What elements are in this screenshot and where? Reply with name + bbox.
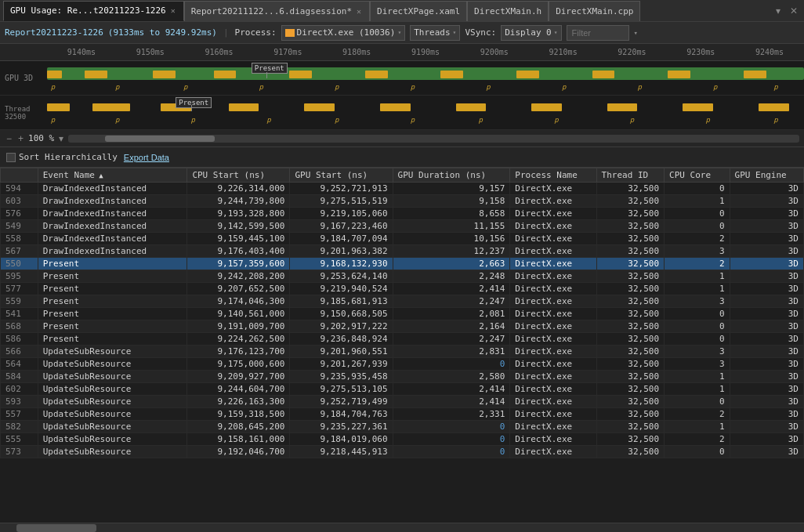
table-row[interactable]: 555 UpdateSubResource 9,158,161,000 9,18… xyxy=(1,433,804,446)
cell-gpu-dur: 2,164 xyxy=(393,320,510,333)
cell-id: 567 xyxy=(1,245,38,258)
cell-gpu-dur: 2,414 xyxy=(393,383,510,396)
thread-seg11 xyxy=(759,103,789,111)
process-name: DirectX.exe (10036) xyxy=(297,27,396,38)
tab-report[interactable]: Report20211122...6.diagsession* ✕ xyxy=(184,1,370,21)
zoom-dropdown-button[interactable]: ▾ xyxy=(57,133,65,144)
zoom-in-button[interactable]: + xyxy=(16,133,25,144)
cell-event: UpdateSubResource xyxy=(38,346,187,358)
cell-thread: 32,500 xyxy=(596,446,665,458)
cell-gpu-dur: 2,414 xyxy=(393,283,510,295)
vsync-label: VSync: xyxy=(465,27,496,38)
cell-id: 593 xyxy=(1,396,38,408)
cell-event: UpdateSubResource xyxy=(38,421,187,433)
table-row[interactable]: 568 Present 9,191,009,700 9,202,917,222 … xyxy=(1,320,804,333)
table-row[interactable]: 549 DrawIndexedInstanced 9,142,599,500 9… xyxy=(1,220,804,233)
display-dropdown[interactable]: Display 0 ▾ xyxy=(501,25,561,41)
tab-close-all-button[interactable]: ✕ xyxy=(787,5,801,16)
table-row[interactable]: 582 UpdateSubResource 9,208,645,200 9,23… xyxy=(1,421,804,433)
cell-cpu-start: 9,242,208,200 xyxy=(187,270,290,283)
cell-event: Present xyxy=(38,333,187,346)
display-arrow: ▾ xyxy=(554,29,558,36)
col-cpu-core[interactable]: CPU Core xyxy=(665,168,730,183)
table-row[interactable]: 576 DrawIndexedInstanced 9,193,328,800 9… xyxy=(1,208,804,220)
table-row[interactable]: 567 DrawIndexedInstanced 9,176,403,400 9… xyxy=(1,245,804,258)
sort-hierarchically-checkbox[interactable] xyxy=(6,153,16,162)
process-dropdown[interactable]: DirectX.exe (10036) ▾ xyxy=(281,25,406,41)
cell-gpu-engine: 3D xyxy=(730,208,803,220)
col-gpu-start[interactable]: GPU Start (ns) xyxy=(290,168,393,183)
tab-directxmain-h[interactable]: DirectXMain.h xyxy=(467,1,549,21)
tab-overflow-button[interactable]: ▾ xyxy=(773,5,784,16)
cell-cpu-core: 0 xyxy=(665,446,730,458)
cell-cpu-core: 3 xyxy=(665,295,730,308)
tab-gpu-usage-close[interactable]: ✕ xyxy=(169,6,177,15)
table-row[interactable]: 541 Present 9,140,561,000 9,150,668,505 … xyxy=(1,308,804,320)
cell-id: 541 xyxy=(1,308,38,320)
table-row[interactable]: 586 Present 9,224,262,500 9,236,848,924 … xyxy=(1,333,804,346)
thread-p2: p xyxy=(115,116,119,124)
gpu3d-p11: p xyxy=(773,83,777,91)
time-range: (9133ms to 9249.92ms) xyxy=(108,27,217,38)
gpu3d-p5: p xyxy=(335,83,339,91)
ruler-9210: 9210ms xyxy=(529,48,598,56)
cell-id: 558 xyxy=(1,233,38,245)
col-gpu-duration[interactable]: GPU Duration (ns) xyxy=(393,168,510,183)
threads-dropdown[interactable]: Threads ▾ xyxy=(410,25,460,41)
thread-p4: p xyxy=(266,116,270,124)
cell-event: Present xyxy=(38,270,187,283)
sort-hierarchically-checkbox-label[interactable]: Sort Hierarchically xyxy=(6,152,118,162)
gpu3d-track-row[interactable]: GPU 3D Present p p p p p p p xyxy=(0,61,804,96)
col-thread-id[interactable]: Thread ID xyxy=(596,168,665,183)
cell-event: UpdateSubResource xyxy=(38,383,187,396)
table-row[interactable]: 577 Present 9,207,652,500 9,219,940,524 … xyxy=(1,283,804,295)
table-row[interactable]: 550 Present 9,157,359,600 9,168,132,930 … xyxy=(1,258,804,270)
gpu3d-present-arrow xyxy=(266,72,267,78)
table-row[interactable]: 595 Present 9,242,208,200 9,253,624,140 … xyxy=(1,270,804,283)
zoom-out-button[interactable]: − xyxy=(5,133,13,144)
thread-seg6 xyxy=(380,103,411,111)
thread32500-track-row[interactable]: Thread 32500 Present p p p p p p p p xyxy=(0,96,804,130)
table-row[interactable]: 602 UpdateSubResource 9,244,604,700 9,27… xyxy=(1,383,804,396)
table-row[interactable]: 558 DrawIndexedInstanced 9,159,445,100 9… xyxy=(1,233,804,245)
cell-cpu-start: 9,244,739,800 xyxy=(187,195,290,208)
table-row[interactable]: 584 UpdateSubResource 9,209,927,700 9,23… xyxy=(1,371,804,383)
cell-event: DrawIndexedInstanced xyxy=(38,245,187,258)
export-data-button[interactable]: Export Data xyxy=(124,153,169,162)
gpu3d-p3: p xyxy=(183,83,187,91)
table-row[interactable]: 594 DrawIndexedInstanced 9,226,314,000 9… xyxy=(1,183,804,195)
tab-directxmain-cpp[interactable]: DirectXMain.cpp xyxy=(549,1,640,21)
tab-directxmain-h-label: DirectXMain.h xyxy=(474,6,541,16)
table-container[interactable]: Event Name CPU Start (ns) GPU Start (ns)… xyxy=(0,168,804,523)
cell-id: 564 xyxy=(1,358,38,371)
filter-input[interactable] xyxy=(567,25,629,41)
gpu3d-track[interactable]: Present p p p p p p p p p p p xyxy=(47,61,804,95)
tab-directxpage[interactable]: DirectXPage.xaml xyxy=(370,1,467,21)
table-row[interactable]: 593 UpdateSubResource 9,226,163,300 9,25… xyxy=(1,396,804,408)
table-row[interactable]: 557 UpdateSubResource 9,159,318,500 9,18… xyxy=(1,408,804,421)
col-gpu-engine[interactable]: GPU Engine xyxy=(730,168,803,183)
tab-report-close[interactable]: ✕ xyxy=(355,7,363,16)
cell-gpu-dur: 2,331 xyxy=(393,408,510,421)
timeline-scrollbar[interactable] xyxy=(68,135,799,143)
table-row[interactable]: 603 DrawIndexedInstanced 9,244,739,800 9… xyxy=(1,195,804,208)
table-row[interactable]: 566 UpdateSubResource 9,176,123,700 9,20… xyxy=(1,346,804,358)
display-label: Display 0 xyxy=(505,27,552,38)
tab-gpu-usage[interactable]: GPU Usage: Re...t20211223-1226 ✕ xyxy=(3,1,184,21)
col-cpu-start[interactable]: CPU Start (ns) xyxy=(187,168,290,183)
cell-cpu-start: 9,157,359,600 xyxy=(187,258,290,270)
table-horizontal-scrollbar[interactable] xyxy=(0,523,804,532)
gpu3d-p4: p xyxy=(259,83,263,91)
table-row[interactable]: 573 UpdateSubResource 9,192,046,700 9,21… xyxy=(1,446,804,458)
cell-id: 603 xyxy=(1,195,38,208)
table-row[interactable]: 564 UpdateSubResource 9,175,000,600 9,20… xyxy=(1,358,804,371)
thread32500-track[interactable]: Present p p p p p p p p p p p xyxy=(47,96,804,129)
tab-overflow: ▾ ✕ xyxy=(773,5,801,16)
cell-cpu-start: 9,176,403,400 xyxy=(187,245,290,258)
table-row[interactable]: 559 Present 9,174,046,300 9,185,681,913 … xyxy=(1,295,804,308)
col-event-name[interactable]: Event Name xyxy=(38,168,187,183)
col-process-name[interactable]: Process Name xyxy=(510,168,596,183)
cell-gpu-engine: 3D xyxy=(730,396,803,408)
cell-event: DrawIndexedInstanced xyxy=(38,220,187,233)
col-id[interactable] xyxy=(1,168,38,183)
